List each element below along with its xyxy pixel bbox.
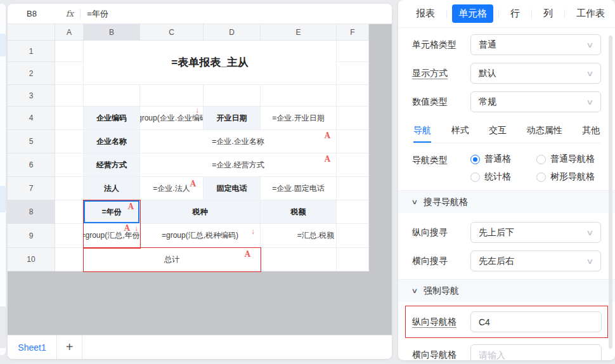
cell-a8[interactable] [55, 200, 84, 224]
cell-a2[interactable] [55, 62, 84, 85]
subtab-dynamic-props[interactable]: 动态属性 [526, 121, 564, 143]
subtab-interaction[interactable]: 交互 [488, 121, 508, 143]
cell-d7[interactable]: 固定电话 [204, 177, 261, 200]
number-type-select[interactable]: 常规 ∨ [470, 91, 601, 112]
cell-type-select[interactable]: 普通 ∨ [470, 34, 601, 55]
cell-c4[interactable]: =group(企业.企业编码) ↓ [140, 107, 204, 130]
cell-f5[interactable] [337, 130, 369, 153]
section-force-nav[interactable]: ∨ 强制导航 [398, 279, 615, 302]
tab-column[interactable]: 列 [537, 4, 559, 23]
cell-a7[interactable] [55, 177, 84, 200]
subtab-other[interactable]: 其他 [581, 121, 601, 143]
font-marker-icon: A [245, 250, 250, 258]
cell-reference-box[interactable]: B8 [8, 9, 56, 18]
cell-d3[interactable] [204, 85, 261, 107]
horizontal-search-label: 横向搜寻 [412, 256, 470, 267]
cell-e10[interactable] [261, 248, 337, 271]
cell-b4[interactable]: 企业编码 [84, 107, 140, 130]
cell-e9[interactable]: =汇总.税额 [261, 224, 337, 248]
sheet-tab-sheet1[interactable]: Sheet1 [8, 335, 57, 359]
row-header-1[interactable]: 1 [8, 41, 55, 62]
radio-normal-nav-cell[interactable]: 普通导航格 [536, 153, 601, 165]
subtab-navigation[interactable]: 导航 [412, 121, 432, 143]
cell-b9[interactable]: =group(汇总,年份) A ↓ [84, 224, 140, 248]
col-header-d[interactable]: D [204, 24, 261, 41]
col-header-e[interactable]: E [261, 24, 337, 41]
row-header-4[interactable]: 4 [8, 107, 55, 130]
horizontal-nav-cell-input[interactable] [470, 344, 602, 360]
tab-cell[interactable]: 单元格 [452, 4, 493, 23]
cell-f3[interactable] [337, 85, 369, 107]
row-header-7[interactable]: 7 [8, 177, 55, 200]
tab-worksheet[interactable]: 工作表 [570, 4, 611, 23]
cell-a3[interactable] [55, 85, 84, 107]
row-header-8[interactable]: 8 [8, 200, 55, 224]
cell-f9[interactable] [337, 224, 369, 248]
font-marker-icon: A [325, 155, 330, 163]
left-edge-panel[interactable] [0, 4, 6, 355]
cell-a10[interactable] [55, 248, 84, 271]
cell-a9[interactable] [55, 224, 84, 248]
row-header-5[interactable]: 5 [8, 130, 55, 153]
cell-f6[interactable] [337, 153, 369, 177]
row-header-10[interactable]: 10 [8, 248, 55, 271]
add-sheet-button[interactable]: + [57, 335, 82, 359]
cell-b8-selected[interactable]: =年份 A [84, 200, 140, 224]
section-search-nav[interactable]: ∨ 搜寻导航格 [398, 190, 615, 213]
cell-b5[interactable]: 企业名称 [84, 130, 140, 153]
cell-f10[interactable] [337, 248, 369, 271]
row-header-3[interactable]: 3 [8, 85, 55, 107]
cell-d4[interactable]: 开业日期 [204, 107, 261, 130]
cell-text: =年份 [101, 207, 121, 218]
cell-b10d10[interactable]: 总计 A [84, 248, 261, 271]
cell-a5[interactable] [55, 130, 84, 153]
radio-tree-nav-cell[interactable]: 树形导航格 [536, 171, 601, 183]
corner-select-all[interactable] [8, 24, 55, 41]
cell-c7[interactable]: =企业.法人 A [140, 177, 204, 200]
cell-b3[interactable] [84, 85, 140, 107]
col-header-f[interactable]: F [337, 24, 369, 41]
cell-a1[interactable] [55, 41, 84, 62]
cell-b6[interactable]: 经营方式 [84, 153, 140, 177]
cell-f8[interactable] [337, 200, 369, 224]
cell-b7[interactable]: 法人 [84, 177, 140, 200]
panel-scrollbar[interactable] [609, 36, 612, 349]
cell-f7[interactable] [337, 177, 369, 200]
cell-c6e6[interactable]: =企业.经营方式 A [140, 153, 337, 177]
radio-stat-cell[interactable]: 统计格 [470, 171, 536, 183]
radio-normal-cell[interactable]: 普通格 [470, 153, 536, 165]
cell-f4[interactable] [337, 107, 369, 130]
col-header-c[interactable]: C [140, 24, 204, 41]
chevron-down-icon: ∨ [586, 228, 593, 237]
display-mode-select[interactable]: 默认 ∨ [470, 63, 601, 84]
display-mode-label: 显示方式 [412, 68, 470, 79]
tab-report[interactable]: 报表 [410, 4, 441, 23]
row-header-6[interactable]: 6 [8, 153, 55, 177]
cell-c3[interactable] [140, 85, 204, 107]
col-header-a[interactable]: A [55, 24, 84, 41]
cell-a6[interactable] [55, 153, 84, 177]
horizontal-search-select[interactable]: 先左后右 ∨ [470, 250, 601, 271]
cell-c5e5[interactable]: =企业.企业名称 A [140, 130, 337, 153]
radio-label: 普通导航格 [550, 153, 595, 165]
cell-e3[interactable] [261, 85, 337, 107]
cell-f1[interactable] [337, 41, 369, 62]
cell-c8d8[interactable]: 税种 [140, 200, 261, 224]
tab-row[interactable]: 行 [504, 4, 526, 23]
vertical-search-select[interactable]: 先上后下 ∨ [470, 222, 601, 243]
cell-e8[interactable]: 税额 [261, 200, 337, 224]
cell-e4[interactable]: =企业.开业日期 [261, 107, 337, 130]
vertical-nav-cell-input[interactable] [470, 311, 602, 332]
cell-c9d9[interactable]: =group(汇总,税种编码) ↓ [140, 224, 261, 248]
row-header-2[interactable]: 2 [8, 62, 55, 85]
row-header-9[interactable]: 9 [8, 224, 55, 248]
cell-a4[interactable] [55, 107, 84, 130]
subtab-style[interactable]: 样式 [450, 121, 470, 143]
report-canvas: B8 fx =年份 A B C D E F 1 2 3 4 5 6 7 8 9 … [8, 4, 392, 359]
formula-input[interactable]: =年份 [87, 8, 108, 20]
col-header-b[interactable]: B [84, 24, 140, 41]
cell-e7[interactable]: =企业.固定电话 [261, 177, 337, 200]
cell-f2[interactable] [337, 62, 369, 85]
cell-title-b1e2[interactable]: =表单报表_主从 [84, 41, 337, 85]
radio-label: 统计格 [484, 171, 511, 183]
